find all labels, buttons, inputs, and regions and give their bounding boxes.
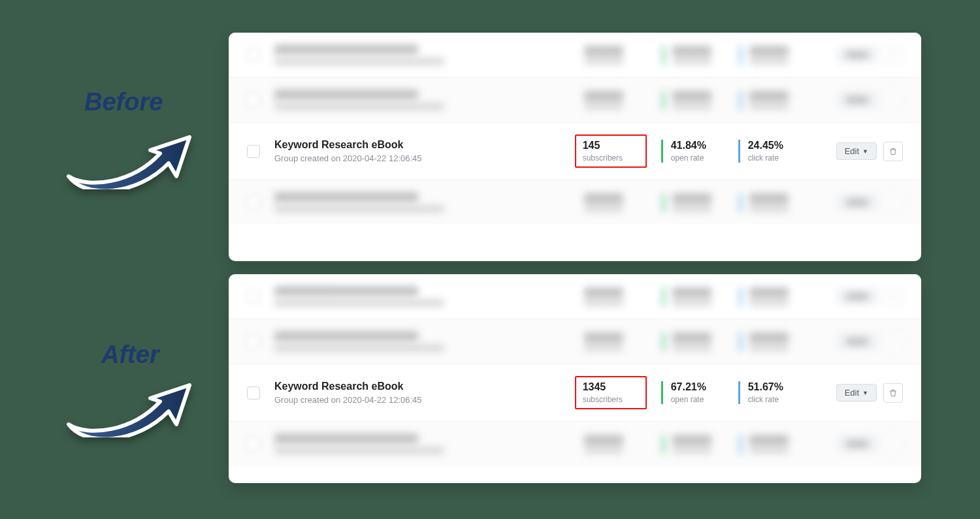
edit-label: Edit [845, 388, 859, 398]
subscribers-value: 1345 [583, 381, 639, 393]
group-created: Group created on 2020-04-22 12:06:45 [274, 153, 575, 163]
subscribers-label: subscribers [583, 153, 639, 163]
checkbox[interactable] [247, 290, 260, 303]
click-rate-value: 51.67% [748, 381, 810, 393]
subscribers-label: subscribers [583, 395, 639, 404]
open-rate-stat: 67.21% open rate [661, 381, 733, 404]
edit-button[interactable] [838, 436, 877, 452]
edit-button[interactable] [838, 334, 877, 349]
subscribers-value: 145 [583, 140, 639, 151]
panel-before: Keyword Research eBook Group created on … [229, 33, 921, 261]
delete-button[interactable] [883, 332, 903, 351]
edit-button[interactable] [838, 289, 877, 304]
delete-button[interactable] [883, 45, 903, 65]
delete-button[interactable] [883, 142, 903, 161]
label-after: After [101, 341, 159, 369]
checkbox[interactable] [247, 48, 260, 61]
open-rate-stat: 41.84% open rate [661, 140, 733, 163]
open-rate-label: open rate [671, 395, 733, 404]
edit-button[interactable]: Edit ▼ [836, 384, 877, 401]
list-item [229, 33, 921, 78]
checkbox[interactable] [247, 386, 260, 400]
delete-button[interactable] [883, 383, 903, 403]
delete-button[interactable] [883, 193, 903, 212]
subscribers-stat: 145 subscribers [575, 134, 647, 168]
edit-button[interactable]: Edit ▼ [836, 142, 877, 160]
edit-label: Edit [845, 146, 859, 156]
trash-icon [889, 147, 898, 156]
edit-button[interactable] [838, 195, 877, 210]
edit-button[interactable] [838, 92, 877, 108]
delete-button[interactable] [883, 90, 903, 110]
chevron-down-icon: ▼ [862, 390, 868, 396]
list-item-keyword-research: Keyword Research eBook Group created on … [229, 364, 921, 422]
list-item [229, 422, 921, 466]
open-rate-value: 41.84% [671, 140, 733, 151]
chevron-down-icon: ▼ [862, 148, 868, 155]
list-item [229, 78, 921, 123]
open-rate-label: open rate [671, 153, 733, 163]
list-item [229, 319, 921, 364]
checkbox[interactable] [247, 335, 260, 348]
group-created: Group created on 2020-04-22 12:06:45 [274, 395, 575, 405]
checkbox[interactable] [247, 145, 260, 158]
group-title: Keyword Research eBook [274, 139, 575, 151]
open-rate-value: 67.21% [671, 381, 733, 393]
delete-button[interactable] [883, 434, 903, 454]
click-rate-stat: 51.67% click rate [738, 381, 810, 404]
checkbox[interactable] [247, 437, 260, 450]
checkbox[interactable] [247, 93, 260, 106]
click-rate-label: click rate [748, 395, 810, 404]
click-rate-label: click rate [748, 153, 810, 163]
trash-icon [889, 388, 898, 398]
panel-after: Keyword Research eBook Group created on … [229, 274, 921, 483]
edit-button[interactable] [838, 47, 877, 63]
checkbox[interactable] [247, 196, 260, 209]
subscribers-stat: 1345 subscribers [575, 376, 647, 409]
delete-button[interactable] [883, 287, 903, 306]
arrow-before [62, 118, 199, 189]
group-title: Keyword Research eBook [274, 381, 575, 392]
click-rate-stat: 24.45% click rate [738, 140, 810, 163]
list-item [229, 180, 921, 225]
label-before: Before [84, 88, 163, 116]
click-rate-value: 24.45% [748, 140, 810, 151]
list-item [229, 274, 921, 319]
list-item-keyword-research: Keyword Research eBook Group created on … [229, 123, 921, 180]
arrow-after [62, 366, 199, 437]
